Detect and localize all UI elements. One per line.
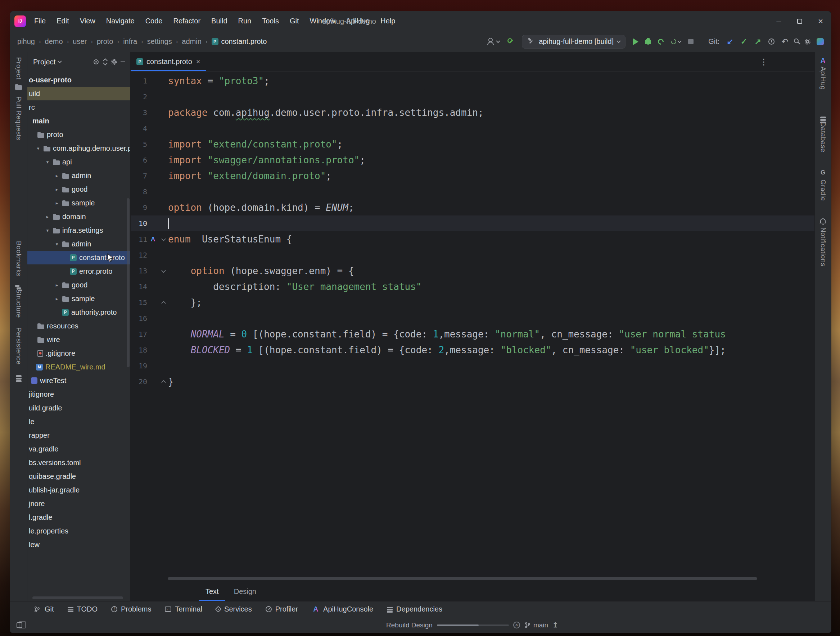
tool-problems[interactable]: Problems (111, 605, 151, 613)
line-number[interactable]: 20 (131, 377, 147, 386)
stripe-project[interactable]: Project (15, 57, 23, 80)
tool-todo[interactable]: TODO (68, 605, 98, 613)
tab-options-kebab-icon[interactable]: ⋮ (760, 58, 768, 66)
chevron-right-icon[interactable]: ▸ (54, 282, 60, 288)
tree-item-quibase.gradle[interactable]: quibase.gradle (27, 469, 130, 483)
line-number[interactable]: 12 (131, 251, 147, 259)
line-number[interactable]: 16 (131, 314, 147, 323)
stripe-persistence[interactable]: Persistence (15, 327, 23, 365)
tree-item-proto[interactable]: proto (27, 128, 130, 142)
code-line-19[interactable]: 19 (131, 358, 815, 374)
code-line-12[interactable]: 12 (131, 247, 815, 263)
line-number[interactable]: 4 (131, 124, 147, 133)
tree-item-va.gradle[interactable]: va.gradle (27, 442, 130, 456)
line-number[interactable]: 5 (131, 140, 147, 149)
tree-item-uild[interactable]: uild (27, 87, 130, 100)
code-line-5[interactable]: 5import "extend/constant.proto"; (131, 136, 815, 152)
tree-item-good[interactable]: ▸good (27, 278, 130, 292)
tree-item-infra.settings[interactable]: ▾infra.settings (27, 224, 130, 237)
line-number[interactable]: 3 (131, 108, 147, 117)
tool-dependencies[interactable]: Dependencies (387, 605, 442, 613)
tree-item-readme-wire.md[interactable]: README_wire.md (27, 360, 130, 374)
project-panel-title[interactable]: Project (33, 58, 55, 66)
menu-git[interactable]: Git (284, 11, 305, 31)
tree-item-good[interactable]: ▸good (27, 183, 130, 196)
code-line-3[interactable]: 3package com.apihug.demo.user.proto.infr… (131, 105, 815, 121)
breadcrumb-file[interactable]: constant.proto (212, 38, 267, 46)
code-line-1[interactable]: 1syntax = "proto3"; (131, 73, 815, 89)
stripe-database[interactable]: Database (819, 122, 827, 153)
close-tab-icon[interactable]: × (196, 58, 201, 66)
menu-navigate[interactable]: Navigate (101, 11, 140, 31)
run-button[interactable] (633, 38, 638, 45)
fold-marker-icon[interactable] (161, 380, 166, 384)
tree-horizontal-scrollbar[interactable] (32, 597, 123, 599)
git-branch-widget[interactable]: main (524, 621, 548, 629)
code-line-7[interactable]: 7import "extend/domain.proto"; (131, 168, 815, 184)
tree-item-authority.proto[interactable]: authority.proto (27, 305, 130, 319)
tree-item-api[interactable]: ▾api (27, 155, 130, 169)
gradle-icon[interactable] (819, 169, 827, 176)
tree-item-bs.versions.toml[interactable]: bs.versions.toml (27, 456, 130, 469)
code-line-13[interactable]: 13 option (hope.swagger.enm) = { (131, 263, 815, 279)
line-number[interactable]: 19 (131, 362, 147, 370)
minimize-button[interactable]: – (768, 11, 789, 31)
profile-button[interactable] (657, 38, 665, 46)
chevron-right-icon[interactable]: ▸ (45, 214, 51, 219)
tree-item-domain[interactable]: ▸domain (27, 210, 130, 224)
tool-terminal[interactable]: Terminal (165, 605, 202, 613)
fold-marker-icon[interactable] (161, 268, 166, 273)
rerun-widget[interactable] (671, 39, 681, 44)
apihug-icon[interactable] (819, 57, 827, 65)
plugin-icon[interactable] (816, 38, 824, 45)
tree-item-wire[interactable]: wire (27, 333, 130, 346)
rollback-button[interactable]: ↶ (782, 38, 788, 46)
locate-file-icon[interactable] (93, 59, 99, 65)
menu-view[interactable]: View (74, 11, 101, 31)
editor-horizontal-scrollbar[interactable] (131, 576, 815, 582)
line-number[interactable]: 7 (131, 172, 147, 180)
git-update-button[interactable]: ↙ (726, 38, 733, 46)
tree-item-resources[interactable]: resources (27, 319, 130, 333)
tree-item-sample[interactable]: ▸sample (27, 292, 130, 305)
code-area[interactable]: 1syntax = "proto3";23package com.apihug.… (131, 72, 815, 576)
menu-run[interactable]: Run (233, 11, 257, 31)
tree-item-.gitignore[interactable]: .gitignore (27, 346, 130, 360)
menu-help[interactable]: Help (375, 11, 401, 31)
tool-apihugconsole[interactable]: ApiHugConsole (312, 605, 373, 613)
panel-settings-icon[interactable] (112, 60, 116, 64)
tree-item-jnore[interactable]: jnore (27, 497, 130, 510)
chevron-right-icon[interactable]: ▸ (54, 173, 60, 178)
view-tab-text[interactable]: Text (199, 582, 225, 601)
maximize-button[interactable] (789, 11, 810, 31)
tree-item-wiretest[interactable]: wireTest (27, 374, 130, 387)
fold-marker-icon[interactable] (161, 236, 166, 241)
git-commit-button[interactable]: ✓ (741, 38, 747, 46)
stripe-bookmarks[interactable]: Bookmarks (15, 241, 23, 277)
cancel-task-icon[interactable] (513, 622, 520, 628)
stripe-gradle[interactable]: Gradle (819, 179, 827, 201)
code-line-15[interactable]: 15 }; (131, 294, 815, 310)
push-indicator-icon[interactable]: ↥ (553, 622, 558, 628)
debug-button[interactable] (646, 38, 651, 45)
notifications-bell-icon[interactable] (820, 218, 826, 223)
menu-build[interactable]: Build (206, 11, 232, 31)
chevron-down-icon[interactable]: ▾ (45, 228, 51, 233)
tree-item-rc[interactable]: rc (27, 100, 130, 114)
search-icon[interactable] (794, 38, 799, 43)
collapse-all-icon[interactable] (101, 58, 109, 66)
fix-wrench-icon[interactable] (507, 38, 515, 46)
close-button[interactable]: × (810, 11, 831, 31)
code-line-10[interactable]: 10 (131, 216, 815, 231)
breadcrumb-infra[interactable]: infra (123, 38, 137, 46)
breadcrumb-user[interactable]: user (73, 38, 87, 46)
stripe-structure[interactable]: Structure (15, 289, 23, 318)
stripe-pull-requests[interactable]: Pull Requests (15, 96, 23, 140)
line-number[interactable]: 2 (131, 93, 147, 101)
tree-item-admin[interactable]: ▾admin (27, 237, 130, 251)
breadcrumb-pihug[interactable]: pihug (17, 38, 35, 46)
persistence-icon[interactable] (16, 375, 22, 377)
view-tab-design[interactable]: Design (227, 582, 263, 601)
hide-panel-icon[interactable] (120, 61, 125, 62)
tree-item-rapper[interactable]: rapper (27, 428, 130, 442)
